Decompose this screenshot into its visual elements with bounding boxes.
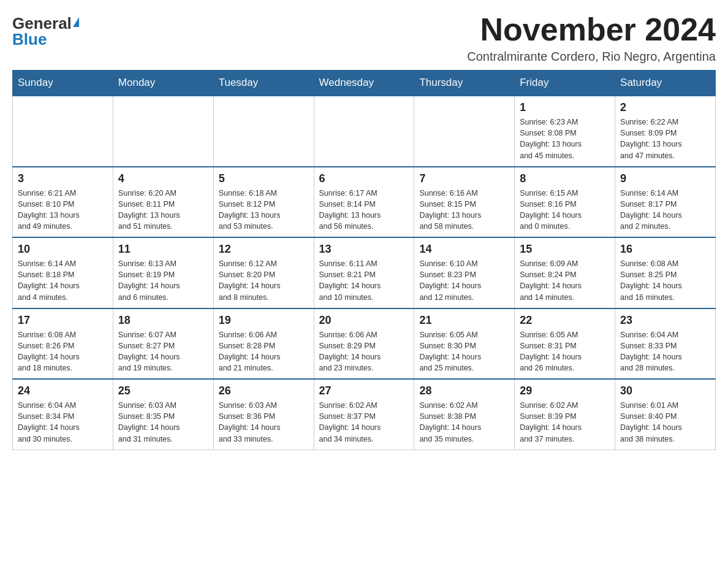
calendar-cell: 16Sunrise: 6:08 AM Sunset: 8:25 PM Dayli… (615, 237, 716, 308)
calendar-cell (13, 96, 113, 167)
day-number: 27 (319, 385, 409, 397)
day-info: Sunrise: 6:06 AM Sunset: 8:28 PM Dayligh… (219, 329, 309, 374)
day-number: 6 (319, 172, 409, 185)
day-number: 19 (219, 314, 309, 327)
day-info: Sunrise: 6:03 AM Sunset: 8:36 PM Dayligh… (219, 400, 309, 445)
calendar-cell: 17Sunrise: 6:08 AM Sunset: 8:26 PM Dayli… (13, 308, 113, 380)
calendar-cell: 5Sunrise: 6:18 AM Sunset: 8:12 PM Daylig… (213, 167, 314, 238)
week-row-3: 10Sunrise: 6:14 AM Sunset: 8:18 PM Dayli… (13, 237, 716, 308)
location-title: Contralmirante Cordero, Rio Negro, Argen… (467, 50, 716, 64)
day-number: 3 (18, 172, 108, 185)
day-info: Sunrise: 6:09 AM Sunset: 8:24 PM Dayligh… (520, 258, 610, 303)
day-number: 2 (620, 101, 710, 114)
day-info: Sunrise: 6:12 AM Sunset: 8:20 PM Dayligh… (219, 258, 309, 303)
day-number: 26 (219, 385, 309, 397)
week-row-5: 24Sunrise: 6:04 AM Sunset: 8:34 PM Dayli… (13, 379, 716, 450)
day-info: Sunrise: 6:23 AM Sunset: 8:08 PM Dayligh… (520, 117, 610, 161)
day-number: 8 (520, 172, 610, 185)
calendar-cell: 26Sunrise: 6:03 AM Sunset: 8:36 PM Dayli… (213, 379, 314, 450)
day-info: Sunrise: 6:08 AM Sunset: 8:26 PM Dayligh… (18, 329, 108, 374)
day-number: 13 (319, 243, 409, 256)
calendar-cell: 8Sunrise: 6:15 AM Sunset: 8:16 PM Daylig… (515, 167, 615, 238)
title-area: November 2024 Contralmirante Cordero, Ri… (467, 12, 716, 64)
calendar-cell: 12Sunrise: 6:12 AM Sunset: 8:20 PM Dayli… (213, 237, 314, 308)
day-info: Sunrise: 6:11 AM Sunset: 8:21 PM Dayligh… (319, 258, 409, 303)
calendar-cell: 7Sunrise: 6:16 AM Sunset: 8:15 PM Daylig… (414, 167, 515, 238)
logo: General Blue (12, 12, 79, 47)
day-info: Sunrise: 6:16 AM Sunset: 8:15 PM Dayligh… (419, 188, 509, 232)
week-row-1: 1Sunrise: 6:23 AM Sunset: 8:08 PM Daylig… (13, 96, 716, 167)
month-title: November 2024 (467, 12, 716, 47)
calendar-cell: 2Sunrise: 6:22 AM Sunset: 8:09 PM Daylig… (615, 96, 716, 167)
day-info: Sunrise: 6:18 AM Sunset: 8:12 PM Dayligh… (219, 188, 309, 232)
day-info: Sunrise: 6:05 AM Sunset: 8:31 PM Dayligh… (520, 329, 610, 374)
day-info: Sunrise: 6:15 AM Sunset: 8:16 PM Dayligh… (520, 188, 610, 232)
calendar-cell: 1Sunrise: 6:23 AM Sunset: 8:08 PM Daylig… (515, 96, 615, 167)
calendar-cell: 24Sunrise: 6:04 AM Sunset: 8:34 PM Dayli… (13, 379, 113, 450)
day-number: 29 (520, 385, 610, 397)
day-info: Sunrise: 6:21 AM Sunset: 8:10 PM Dayligh… (18, 188, 108, 232)
calendar-cell: 4Sunrise: 6:20 AM Sunset: 8:11 PM Daylig… (113, 167, 213, 238)
day-number: 25 (118, 385, 208, 397)
day-info: Sunrise: 6:02 AM Sunset: 8:39 PM Dayligh… (520, 400, 610, 445)
calendar-cell: 30Sunrise: 6:01 AM Sunset: 8:40 PM Dayli… (615, 379, 716, 450)
day-info: Sunrise: 6:04 AM Sunset: 8:34 PM Dayligh… (18, 400, 108, 445)
column-header-friday: Friday (515, 71, 615, 96)
column-header-wednesday: Wednesday (314, 71, 414, 96)
day-info: Sunrise: 6:14 AM Sunset: 8:18 PM Dayligh… (18, 258, 108, 303)
calendar-cell (113, 96, 213, 167)
calendar-cell: 10Sunrise: 6:14 AM Sunset: 8:18 PM Dayli… (13, 237, 113, 308)
calendar-table: SundayMondayTuesdayWednesdayThursdayFrid… (12, 70, 716, 450)
calendar-cell: 11Sunrise: 6:13 AM Sunset: 8:19 PM Dayli… (113, 237, 213, 308)
calendar-cell (314, 96, 414, 167)
day-number: 7 (419, 172, 509, 185)
day-number: 28 (419, 385, 509, 397)
calendar-cell (414, 96, 515, 167)
day-number: 16 (620, 243, 710, 256)
calendar-cell: 23Sunrise: 6:04 AM Sunset: 8:33 PM Dayli… (615, 308, 716, 380)
day-number: 24 (18, 385, 108, 397)
week-row-2: 3Sunrise: 6:21 AM Sunset: 8:10 PM Daylig… (13, 167, 716, 238)
day-number: 21 (419, 314, 509, 327)
day-number: 17 (18, 314, 108, 327)
day-number: 1 (520, 101, 610, 114)
day-info: Sunrise: 6:02 AM Sunset: 8:38 PM Dayligh… (419, 400, 509, 445)
calendar-cell: 29Sunrise: 6:02 AM Sunset: 8:39 PM Dayli… (515, 379, 615, 450)
week-row-4: 17Sunrise: 6:08 AM Sunset: 8:26 PM Dayli… (13, 308, 716, 380)
column-header-tuesday: Tuesday (213, 71, 314, 96)
day-number: 4 (118, 172, 208, 185)
logo-general-text: General (12, 15, 72, 31)
day-info: Sunrise: 6:02 AM Sunset: 8:37 PM Dayligh… (319, 400, 409, 445)
day-number: 30 (620, 385, 710, 397)
day-info: Sunrise: 6:01 AM Sunset: 8:40 PM Dayligh… (620, 400, 710, 445)
day-number: 12 (219, 243, 309, 256)
calendar-cell: 3Sunrise: 6:21 AM Sunset: 8:10 PM Daylig… (13, 167, 113, 238)
day-info: Sunrise: 6:17 AM Sunset: 8:14 PM Dayligh… (319, 188, 409, 232)
day-info: Sunrise: 6:22 AM Sunset: 8:09 PM Dayligh… (620, 117, 710, 161)
column-header-thursday: Thursday (414, 71, 515, 96)
calendar-cell: 20Sunrise: 6:06 AM Sunset: 8:29 PM Dayli… (314, 308, 414, 380)
day-info: Sunrise: 6:07 AM Sunset: 8:27 PM Dayligh… (118, 329, 208, 374)
day-info: Sunrise: 6:08 AM Sunset: 8:25 PM Dayligh… (620, 258, 710, 303)
calendar-cell: 6Sunrise: 6:17 AM Sunset: 8:14 PM Daylig… (314, 167, 414, 238)
column-header-monday: Monday (113, 71, 213, 96)
day-number: 20 (319, 314, 409, 327)
calendar-cell: 14Sunrise: 6:10 AM Sunset: 8:23 PM Dayli… (414, 237, 515, 308)
calendar-cell: 25Sunrise: 6:03 AM Sunset: 8:35 PM Dayli… (113, 379, 213, 450)
calendar-cell: 22Sunrise: 6:05 AM Sunset: 8:31 PM Dayli… (515, 308, 615, 380)
calendar-cell: 13Sunrise: 6:11 AM Sunset: 8:21 PM Dayli… (314, 237, 414, 308)
day-number: 9 (620, 172, 710, 185)
page-header: General Blue November 2024 Contralmirant… (12, 12, 716, 64)
column-header-saturday: Saturday (615, 71, 716, 96)
calendar-cell: 9Sunrise: 6:14 AM Sunset: 8:17 PM Daylig… (615, 167, 716, 238)
day-number: 11 (118, 243, 208, 256)
day-info: Sunrise: 6:14 AM Sunset: 8:17 PM Dayligh… (620, 188, 710, 232)
day-info: Sunrise: 6:06 AM Sunset: 8:29 PM Dayligh… (319, 329, 409, 374)
calendar-cell: 15Sunrise: 6:09 AM Sunset: 8:24 PM Dayli… (515, 237, 615, 308)
calendar-cell: 27Sunrise: 6:02 AM Sunset: 8:37 PM Dayli… (314, 379, 414, 450)
day-number: 18 (118, 314, 208, 327)
logo-triangle-icon (73, 17, 79, 27)
day-number: 10 (18, 243, 108, 256)
day-number: 5 (219, 172, 309, 185)
day-number: 23 (620, 314, 710, 327)
